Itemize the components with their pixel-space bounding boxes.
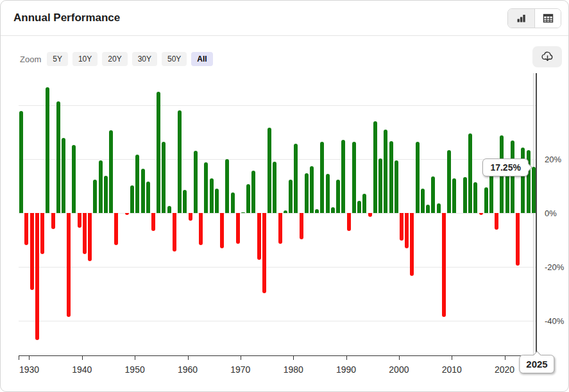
bar-1994[interactable] [368,213,372,217]
zoom-button-30y[interactable]: 30Y [132,52,157,66]
x-axis-tick-1980 [293,356,294,360]
bar-1954[interactable] [157,92,160,213]
bar-1957[interactable] [173,213,176,251]
bar-2012[interactable] [463,177,467,213]
zoom-button-all[interactable]: All [191,52,212,66]
zoom-button-10y[interactable]: 10Y [72,52,98,66]
bar-2008[interactable] [442,213,446,317]
bar-1987[interactable] [331,207,335,213]
bar-1936[interactable] [62,138,65,213]
bar-1972[interactable] [251,171,255,213]
bar-1951[interactable] [141,169,145,213]
bar-1971[interactable] [246,184,250,213]
bar-2016[interactable] [484,187,488,213]
bar-1967[interactable] [225,159,229,213]
bar-2013[interactable] [468,133,472,213]
bar-1945[interactable] [109,130,113,213]
bar-1966[interactable] [220,213,224,248]
bar-1928[interactable] [19,111,23,213]
bar-2009[interactable] [447,150,451,213]
bar-1946[interactable] [114,213,118,245]
bar-1974[interactable] [262,213,266,293]
bar-1993[interactable] [362,194,366,213]
bar-1949[interactable] [130,185,134,213]
bar-1961[interactable] [194,151,198,213]
download-button[interactable] [532,46,562,67]
bar-1989[interactable] [341,140,345,213]
bar-1976[interactable] [273,162,276,213]
bar-1962[interactable] [199,213,203,245]
bar-1931[interactable] [35,213,39,340]
bar-1958[interactable] [178,110,182,213]
bar-1929[interactable] [24,213,28,245]
bar-2015[interactable] [479,213,483,215]
bar-2022[interactable] [516,213,520,266]
bar-2010[interactable] [452,178,456,213]
bar-1969[interactable] [236,213,240,244]
bar-1940[interactable] [83,213,87,254]
bar-2023[interactable] [521,148,525,213]
bar-1982[interactable] [305,173,309,213]
bar-1935[interactable] [56,101,60,213]
bar-1948[interactable] [125,213,129,215]
bar-1956[interactable] [167,206,171,213]
bar-1963[interactable] [204,162,208,213]
bar-1988[interactable] [336,180,340,213]
bar-1978[interactable] [284,210,287,213]
bar-1991[interactable] [352,142,356,213]
bar-2002[interactable] [410,213,414,276]
bar-2006[interactable] [431,176,435,213]
bar-2021[interactable] [511,141,514,213]
bar-1983[interactable] [310,166,314,213]
bar-1933[interactable] [46,87,49,213]
zoom-button-5y[interactable]: 5Y [47,52,68,66]
bar-1953[interactable] [151,213,155,231]
bar-1952[interactable] [146,182,150,213]
bar-2001[interactable] [405,213,409,248]
bar-1955[interactable] [162,142,166,213]
bar-1942[interactable] [93,180,97,213]
bar-1998[interactable] [389,141,393,213]
bar-2005[interactable] [426,205,430,213]
bar-1965[interactable] [215,189,219,213]
zoom-button-50y[interactable]: 50Y [162,52,187,66]
bar-1930[interactable] [30,213,34,290]
bar-2004[interactable] [421,189,425,213]
bar-1937[interactable] [67,213,71,317]
bar-1990[interactable] [347,213,351,231]
bar-1960[interactable] [189,213,192,221]
bar-1992[interactable] [357,201,361,213]
bar-1938[interactable] [72,145,76,213]
bar-1964[interactable] [210,178,214,213]
bar-1941[interactable] [88,213,92,261]
bar-1984[interactable] [315,209,319,213]
bar-1973[interactable] [257,213,261,260]
bar-2025[interactable] [532,167,536,213]
bar-2014[interactable] [473,182,477,213]
bar-2007[interactable] [437,203,441,213]
bar-1968[interactable] [231,192,235,213]
bar-1939[interactable] [78,213,81,228]
bar-1999[interactable] [395,160,398,213]
zoom-button-20y[interactable]: 20Y [102,52,127,66]
bar-2000[interactable] [400,213,403,241]
bar-1934[interactable] [51,213,55,229]
bar-1932[interactable] [40,213,44,254]
bar-1996[interactable] [378,158,382,213]
bar-1959[interactable] [183,190,187,213]
bar-2018[interactable] [495,213,498,230]
bar-1986[interactable] [326,174,330,213]
bar-1944[interactable] [104,176,108,213]
bar-1979[interactable] [289,180,293,213]
bar-1950[interactable] [135,155,139,213]
bar-1985[interactable] [320,142,324,213]
bar-1943[interactable] [99,160,103,213]
bar-1977[interactable] [278,213,282,244]
bar-1975[interactable] [268,128,271,213]
bar-1980[interactable] [294,144,298,213]
bar-1995[interactable] [373,121,377,213]
bar-1970[interactable] [241,212,245,213]
bar-1997[interactable] [384,130,387,213]
bar-2003[interactable] [416,142,420,213]
bar-1981[interactable] [300,213,303,239]
